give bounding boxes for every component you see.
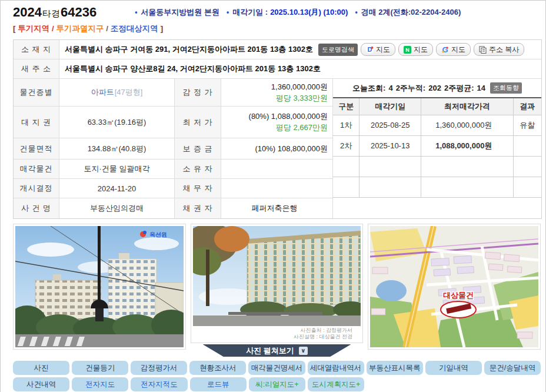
photos-button[interactable]: 사진	[13, 361, 69, 375]
map-button-label: 지도	[451, 45, 465, 55]
case-number: 2024타경64236	[13, 5, 96, 20]
bid-row	[333, 177, 541, 197]
expand-photos-label: 사진 펼쳐보기	[246, 346, 294, 356]
bracket: ]	[161, 24, 164, 33]
status-survey-button[interactable]: 현황조사서	[189, 361, 246, 375]
case-year: 2024	[13, 5, 42, 19]
cadastral-map-button[interactable]: 전자지적도	[131, 377, 187, 391]
new-address-row: 새 주 소 서울특별시 송파구 양산로8길 24, 거여2단지동아아파트 201…	[14, 59, 541, 79]
copy-address-button[interactable]: 주소 복사	[474, 43, 524, 56]
price-cell	[421, 156, 513, 177]
google-map-button[interactable]: G 지도	[436, 43, 471, 56]
price-cell: 1,360,000,000원	[421, 115, 513, 135]
chevron-down-icon: ∨	[299, 347, 308, 355]
round-cell: 1차	[333, 115, 359, 135]
road-view-button[interactable]: 로드뷰	[190, 377, 247, 391]
row-label: 매각물건	[14, 160, 59, 178]
detail-row: 대 지 권 63.33㎡(19.16평) 최 저 가 (80%) 1,088,0…	[14, 107, 332, 138]
property-list-button[interactable]: 부동산표시목록	[367, 361, 423, 375]
today-views-label: 오늘조회:	[352, 83, 385, 94]
zone-adjustment-target: 조정대상지역	[111, 24, 158, 33]
row-label: 최 저 가	[174, 107, 221, 138]
property-type-size: [47평형]	[115, 87, 143, 98]
result-cell: 유찰	[513, 115, 541, 135]
household-record-button[interactable]: 세대열람내역서	[308, 361, 364, 375]
address-value: 서울특별시 송파구 거여동 291, 거여2단지동아아파트 201동 13층 1…	[65, 44, 313, 55]
case-name: 부동산임의경매	[90, 203, 144, 214]
row-label: 감 정 가	[174, 79, 221, 106]
sale-specification-button[interactable]: 매각물건명세서	[248, 361, 305, 375]
deposit-amount: (10%) 108,800,000원	[255, 144, 328, 154]
price-per-pyeong: 평당 3,333만원	[276, 93, 328, 104]
sale-date: 2025.10.13(月) (10:00)	[270, 7, 348, 18]
bid-history-table: 구분 매각기일 최저매각가격 결과 1차 2025-08-25 1,360,00…	[333, 97, 541, 198]
map-button-label: 지도	[414, 45, 428, 55]
result-cell	[513, 135, 541, 156]
bid-row: 2차 2025-10-13 1,088,000,000원	[333, 135, 541, 156]
naver-map-button[interactable]: N 지도	[398, 43, 433, 56]
address-label: 소 재 지	[14, 40, 59, 59]
seereal-map-button[interactable]: 씨:리얼지도+	[249, 377, 305, 391]
two-week-total-count: 202	[428, 84, 441, 92]
date-cell: 2025-08-25	[359, 115, 421, 135]
case-history-button[interactable]: 사건내역	[13, 377, 69, 391]
property-photo-2[interactable]: 사진출처 : 감정평가서 사진설명 : 대상물건 전경	[191, 224, 363, 343]
copy-icon	[479, 46, 487, 54]
electronic-map-button[interactable]: 전자지도	[72, 377, 128, 391]
price-cell	[421, 177, 513, 197]
date-cell	[359, 177, 421, 197]
separator: /	[52, 24, 54, 33]
svg-text:옥션원: 옥션원	[149, 231, 167, 238]
row-label: 채 무 자	[174, 179, 221, 198]
link-buttons-row: 사건내역 전자지도 전자지적도 로드뷰 씨:리얼지도+ 도시계획지도+	[13, 377, 541, 391]
creditor-name: 페퍼저축은행	[252, 203, 298, 214]
building-register-button[interactable]: 건물등기	[72, 361, 128, 375]
minimum-price: (80%) 1,088,000,000원	[249, 111, 328, 122]
property-photo-1[interactable]: 옥션원	[13, 224, 186, 350]
bid-row: 1차 2025-08-25 1,360,000,000원 유찰	[333, 115, 541, 135]
bullet-icon: •	[355, 8, 357, 16]
detail-row: 건물면적 134.88㎡(40.8평) 보 증 금 (10%) 108,800,…	[14, 138, 332, 160]
bullet-icon: •	[227, 8, 229, 16]
city-plan-map-button[interactable]: 도시계획지도+	[308, 377, 364, 391]
map-button-label: 주소 복사	[489, 45, 519, 55]
today-views-count: 4	[388, 84, 392, 92]
row-label: 대 지 권	[14, 107, 59, 138]
view-trend-button[interactable]: 조회동향	[490, 82, 522, 94]
expand-photos-button[interactable]: 사진 펼쳐보기 ∨	[203, 344, 351, 357]
header: 2024타경64236 • 서울동부지방법원 본원 • 매각기일 : 2025.…	[13, 5, 541, 20]
map-button-label: 지도	[376, 45, 390, 55]
price-cell: 1,088,000,000원	[421, 135, 513, 156]
appraisal-report-button[interactable]: 감정평가서	[131, 361, 187, 375]
result-cell	[513, 177, 541, 197]
regulation-zones: [ 투기지역 / 투기과열지구 / 조정대상지역 ]	[13, 24, 541, 34]
row-label: 물건종별	[14, 79, 59, 106]
two-week-avg-count: 14	[477, 84, 485, 92]
delivery-history-button[interactable]: 문건/송달내역	[484, 361, 541, 375]
bracket: [	[13, 24, 16, 33]
daum-map-button[interactable]: D 지도	[361, 43, 395, 56]
zone-speculation: 투기지역	[18, 24, 49, 33]
schedule-history-button[interactable]: 기일내역	[425, 361, 482, 375]
date-cell: 2025-10-13	[359, 135, 421, 156]
zone-overheated: 투기과열지구	[56, 24, 104, 33]
road-name-search-button[interactable]: 도로명검색	[318, 44, 358, 56]
row-label: 사 건 명	[14, 198, 59, 218]
naver-icon: N	[404, 46, 411, 54]
column-header-result: 결과	[513, 98, 541, 115]
row-label: 채 권 자	[174, 198, 221, 218]
row-label: 건물면적	[14, 138, 59, 159]
column-header-date: 매각기일	[359, 98, 421, 115]
row-label: 개시결정	[14, 179, 59, 198]
start-decision-date: 2024-11-20	[98, 184, 136, 193]
photo-description: 사진설명 : 대상물건 전경	[193, 334, 352, 340]
row-label: 보 증 금	[174, 138, 221, 159]
round-cell: 2차	[333, 135, 359, 156]
auction-schedule-panel: 오늘조회:4 2주누적:202 2주평균:14 조회동향 구분 매각기일 최저매…	[333, 79, 541, 218]
column-header-round: 구분	[333, 98, 359, 115]
map-target-marker: 대상물건	[441, 291, 476, 318]
case-serial: 64236	[61, 5, 96, 19]
view-stats: 오늘조회:4 2주누적:202 2주평균:14 조회동향	[333, 79, 541, 97]
location-map[interactable]: 대상물건	[368, 224, 541, 350]
separator: /	[106, 24, 108, 33]
